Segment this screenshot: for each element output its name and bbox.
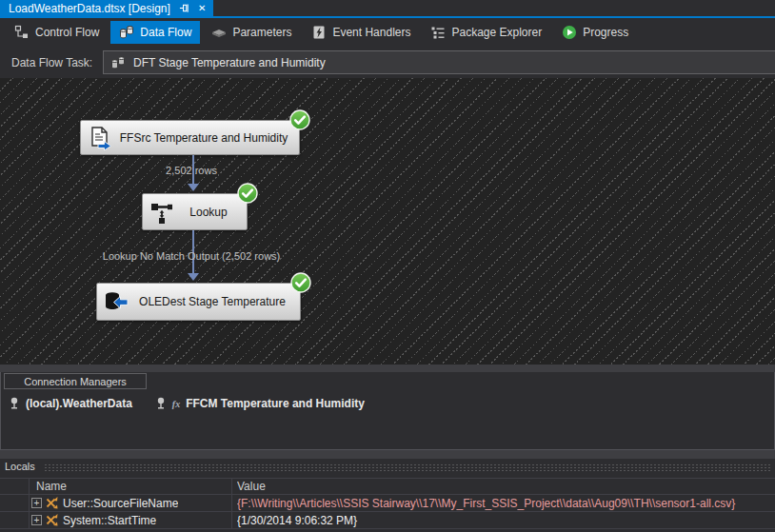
data-flow-icon xyxy=(119,25,134,40)
variable-value: {F:\\Writing\\Articles\\SSIS Stairway\\1… xyxy=(237,497,770,510)
tab-label: Package Explorer xyxy=(451,26,542,39)
node-label: FFSrc Temperature and Humidity xyxy=(112,131,299,145)
horizontal-splitter[interactable] xyxy=(0,365,775,372)
tab-label: Control Flow xyxy=(35,26,99,39)
data-flow-task-value: DFT Stage Temperature and Humidity xyxy=(133,56,326,69)
variable-icon xyxy=(46,496,59,509)
lookup-icon xyxy=(149,200,174,225)
data-flow-task-dropdown[interactable]: DFT Stage Temperature and Humidity xyxy=(103,50,775,74)
tab-label: Progress xyxy=(583,26,628,39)
data-flow-design-surface[interactable]: FFSrc Temperature and Humidity 2,502 row… xyxy=(0,78,775,365)
variable-value: {1/30/2014 9:06:32 PM} xyxy=(237,514,770,527)
locals-panel: Locals Name Value + User::SourceFileName… xyxy=(0,459,775,532)
data-path-1-label: 2,502 rows xyxy=(166,165,217,176)
document-tab[interactable]: LoadWeatherData.dtsx [Design] ✕ xyxy=(0,0,213,16)
connection-managers-list: (local).WeatherData fx FFCM Temperature … xyxy=(1,394,774,413)
node-label: Lookup xyxy=(174,206,247,219)
connection-manager-name: (local).WeatherData xyxy=(26,397,132,410)
tab-label: Parameters xyxy=(232,26,291,39)
pin-icon[interactable] xyxy=(179,3,189,13)
variable-icon xyxy=(46,513,59,526)
connection-icon xyxy=(9,397,20,410)
tab-progress[interactable]: Progress xyxy=(553,21,637,44)
tab-package-explorer[interactable]: Package Explorer xyxy=(422,21,550,44)
event-handlers-icon xyxy=(311,25,327,40)
variable-name: User::SourceFileName xyxy=(63,497,178,510)
document-tab-strip: LoadWeatherData.dtsx [Design] ✕ xyxy=(0,0,775,18)
connection-managers-title: Connection Managers xyxy=(24,376,127,387)
tab-label: Event Handlers xyxy=(332,26,410,39)
designer-tab-bar: Control Flow Data Flow Parameters Event … xyxy=(0,18,775,47)
grid-line xyxy=(0,528,775,529)
node-oledb-destination[interactable]: OLEDest Stage Temperature xyxy=(96,283,301,321)
tab-control-flow[interactable]: Control Flow xyxy=(6,21,108,44)
grid-line xyxy=(29,478,30,528)
connection-managers-tray: Connection Managers (local).WeatherData … xyxy=(0,372,775,450)
parameters-icon xyxy=(211,25,227,40)
expand-icon[interactable]: + xyxy=(31,515,42,525)
grid-line xyxy=(0,511,775,512)
progress-icon xyxy=(562,25,577,40)
connection-managers-tab[interactable]: Connection Managers xyxy=(4,373,147,389)
tab-label: Data Flow xyxy=(140,26,191,39)
package-explorer-icon xyxy=(430,25,446,40)
tab-parameters[interactable]: Parameters xyxy=(203,21,300,44)
horizontal-splitter[interactable] xyxy=(0,450,775,459)
node-label: OLEDest Stage Temperature xyxy=(129,295,300,308)
success-check-icon xyxy=(290,272,311,293)
data-path-2-arrowhead xyxy=(188,273,199,281)
data-path-1-arrowhead xyxy=(188,184,199,191)
success-check-icon xyxy=(237,183,258,204)
variable-name: System::StartTime xyxy=(63,514,156,527)
success-check-icon xyxy=(289,109,310,130)
column-splitter[interactable] xyxy=(231,478,232,528)
grid-line xyxy=(0,478,775,479)
grid-line xyxy=(0,494,775,495)
node-lookup[interactable]: Lookup xyxy=(142,193,248,230)
data-path-2-label: Lookup No Match Output (2,502 rows) xyxy=(103,250,280,262)
node-flat-file-source[interactable]: FFSrc Temperature and Humidity xyxy=(80,120,300,155)
locals-panel-title: Locals xyxy=(5,461,35,472)
data-flow-task-label: Data Flow Task: xyxy=(11,56,103,69)
connection-manager-weatherdata[interactable]: (local).WeatherData xyxy=(9,397,132,410)
connection-icon xyxy=(155,397,167,410)
close-icon[interactable]: ✕ xyxy=(198,3,206,13)
column-header-name[interactable]: Name xyxy=(36,480,67,493)
control-flow-icon xyxy=(14,25,30,40)
data-flow-task-icon xyxy=(110,55,126,70)
expression-fx-icon: fx xyxy=(172,399,180,409)
tab-data-flow[interactable]: Data Flow xyxy=(110,21,200,44)
document-tab-title: LoadWeatherData.dtsx [Design] xyxy=(9,2,170,15)
flat-file-source-icon xyxy=(88,126,112,150)
data-flow-task-row: Data Flow Task: DFT Stage Temperature an… xyxy=(0,47,775,78)
expand-icon[interactable]: + xyxy=(31,498,42,508)
ssis-designer-window: LoadWeatherData.dtsx [Design] ✕ Control … xyxy=(0,0,775,532)
oledb-destination-icon xyxy=(104,289,129,314)
connection-manager-ffcm[interactable]: fx FFCM Temperature and Humidity xyxy=(155,397,365,410)
column-header-value[interactable]: Value xyxy=(237,480,266,493)
panel-grip-texture xyxy=(44,463,772,472)
connection-manager-name: FFCM Temperature and Humidity xyxy=(186,397,365,410)
tab-event-handlers[interactable]: Event Handlers xyxy=(303,21,419,44)
